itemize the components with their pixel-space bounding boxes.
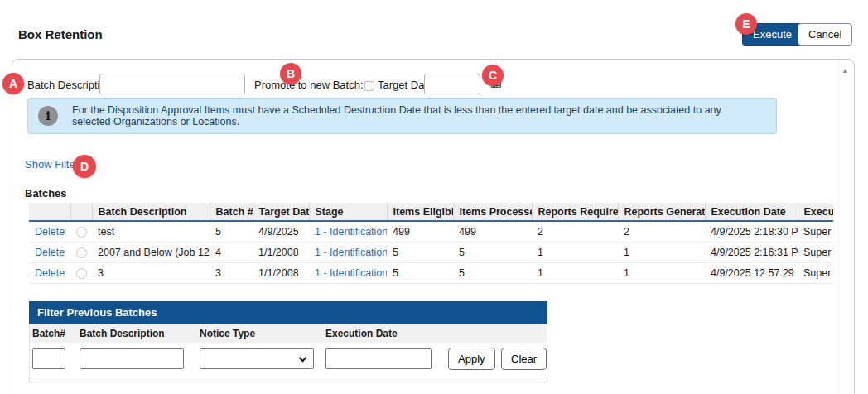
delete-link[interactable]: Delete bbox=[35, 226, 65, 238]
cell-reports-generated: 2 bbox=[618, 221, 705, 242]
chevron-down-icon bbox=[299, 354, 307, 363]
annotation-e: E bbox=[735, 13, 757, 35]
cell-batch-description: test bbox=[92, 221, 210, 242]
column-header-stage: Stage bbox=[309, 203, 387, 221]
column-header-executed: Executed bbox=[798, 203, 833, 221]
batch-description-input[interactable] bbox=[99, 74, 245, 94]
stage-link[interactable]: 1 - Identification bbox=[315, 247, 387, 258]
cell-items-processed: 5 bbox=[453, 262, 532, 283]
batches-table: Batch Description Batch # Target Date St… bbox=[29, 203, 833, 284]
column-header-select bbox=[70, 203, 92, 221]
cell-batch-number: 3 bbox=[210, 262, 253, 283]
filter-batch-description-input[interactable] bbox=[80, 348, 184, 369]
column-header-items-processed: Items Processed bbox=[453, 203, 532, 221]
column-header-target-date: Target Date bbox=[253, 203, 309, 221]
promote-to-new-batch-checkbox[interactable] bbox=[364, 81, 374, 91]
batches-table-wrapper: Batch Description Batch # Target Date St… bbox=[29, 203, 833, 285]
cell-items-processed: 5 bbox=[453, 242, 532, 262]
vertical-scrollbar[interactable]: ▲ bbox=[837, 60, 853, 394]
cell-batch-description: 2007 and Below (Job 1234) bbox=[92, 242, 210, 262]
filter-batch-number-label: Batch# bbox=[32, 328, 65, 339]
annotation-d: D bbox=[73, 155, 96, 178]
page-title: Box Retention bbox=[18, 27, 103, 41]
batch-radio[interactable] bbox=[76, 268, 87, 279]
target-date-input[interactable] bbox=[424, 74, 480, 94]
cell-reports-generated: 1 bbox=[618, 262, 705, 283]
cell-target-date: 1/1/2008 bbox=[253, 262, 309, 283]
cell-reports-generated: 1 bbox=[618, 242, 705, 262]
info-icon: i bbox=[38, 106, 58, 126]
cell-execution-date: 4/9/2025 12:57:29 PM bbox=[705, 262, 798, 283]
column-header-reports-generated: Reports Generated bbox=[618, 203, 705, 221]
cell-items-eligible: 5 bbox=[387, 242, 453, 262]
column-header-execution-date: Execution Date bbox=[705, 203, 798, 221]
cell-batch-number: 4 bbox=[210, 242, 253, 262]
info-banner: i For the Disposition Approval Items mus… bbox=[27, 98, 777, 134]
filter-panel-body: Batch# Batch Description Notice Type Exe… bbox=[29, 324, 547, 382]
cell-reports-required: 2 bbox=[532, 221, 618, 242]
filter-notice-type-label: Notice Type bbox=[200, 328, 255, 339]
stage-link[interactable]: 1 - Identification bbox=[315, 267, 387, 279]
annotation-c: C bbox=[482, 65, 504, 86]
cell-batch-description: 3 bbox=[92, 262, 210, 283]
column-header-batch-number: Batch # bbox=[210, 203, 253, 221]
filter-execution-date-input[interactable] bbox=[326, 348, 432, 369]
clear-button[interactable]: Clear bbox=[501, 348, 547, 370]
annotation-b: B bbox=[280, 63, 301, 84]
filter-execution-date-label: Execution Date bbox=[326, 328, 398, 339]
filter-previous-batches-panel: Filter Previous Batches Batch# Batch Des… bbox=[29, 301, 547, 382]
cell-items-eligible: 5 bbox=[387, 262, 453, 283]
table-row: Delete test 5 4/9/2025 1 - Identificatio… bbox=[29, 221, 833, 242]
cell-batch-number: 5 bbox=[210, 221, 253, 242]
column-header-reports-required: Reports Required bbox=[532, 203, 618, 221]
table-row: Delete 3 3 1/1/2008 1 - Identification 5… bbox=[29, 262, 833, 283]
annotation-a: A bbox=[2, 73, 24, 94]
notice-type-select[interactable] bbox=[200, 348, 314, 369]
delete-link[interactable]: Delete bbox=[35, 247, 65, 258]
batches-heading: Batches bbox=[25, 187, 67, 199]
filter-batch-description-label: Batch Description bbox=[80, 328, 165, 339]
cell-items-processed: 499 bbox=[453, 221, 532, 242]
scroll-up-icon[interactable]: ▲ bbox=[837, 66, 853, 74]
delete-link[interactable]: Delete bbox=[35, 267, 65, 279]
stage-link[interactable]: 1 - Identification bbox=[315, 226, 387, 238]
cell-reports-required: 1 bbox=[532, 242, 618, 262]
cancel-button[interactable]: Cancel bbox=[798, 23, 852, 46]
batch-radio[interactable] bbox=[76, 247, 87, 258]
cell-executed-by: Super Use bbox=[798, 242, 833, 262]
cell-target-date: 1/1/2008 bbox=[253, 242, 309, 262]
column-header-items-eligible: Items Eligible bbox=[387, 203, 453, 221]
table-row: Delete 2007 and Below (Job 1234) 4 1/1/2… bbox=[29, 242, 833, 262]
filter-batch-number-input[interactable] bbox=[32, 348, 65, 369]
cell-execution-date: 4/9/2025 2:18:30 PM bbox=[705, 221, 798, 242]
apply-button[interactable]: Apply bbox=[448, 348, 495, 370]
cell-target-date: 4/9/2025 bbox=[253, 221, 309, 242]
cell-executed-by: Super Use bbox=[798, 221, 833, 242]
column-header-action bbox=[29, 203, 70, 221]
info-banner-text: For the Disposition Approval Items must … bbox=[72, 104, 776, 127]
table-header-row: Batch Description Batch # Target Date St… bbox=[29, 203, 833, 221]
batch-radio[interactable] bbox=[76, 227, 87, 238]
filter-panel-title: Filter Previous Batches bbox=[29, 301, 547, 324]
cell-items-eligible: 499 bbox=[387, 221, 453, 242]
box-retention-page: Box Retention Execute Cancel ▲ Batch Des… bbox=[0, 0, 868, 394]
cell-reports-required: 1 bbox=[532, 262, 618, 283]
promote-to-new-batch-label: Promote to new Batch: bbox=[254, 79, 364, 91]
column-header-batch-description: Batch Description bbox=[92, 203, 210, 221]
cell-executed-by: Super Use bbox=[798, 262, 833, 283]
cell-execution-date: 4/9/2025 2:16:31 PM bbox=[705, 242, 798, 262]
